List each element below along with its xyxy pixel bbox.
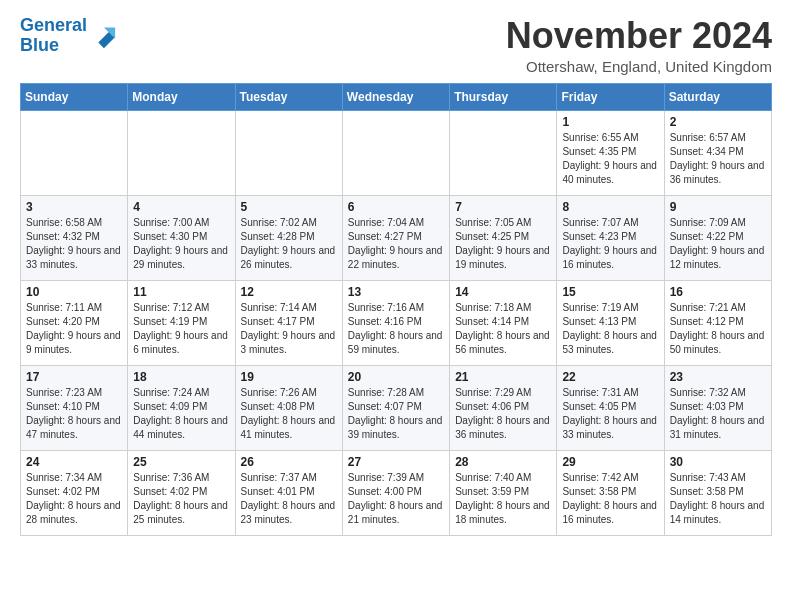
table-cell: 5Sunrise: 7:02 AM Sunset: 4:28 PM Daylig… bbox=[235, 195, 342, 280]
day-number: 11 bbox=[133, 285, 229, 299]
day-info: Sunrise: 7:40 AM Sunset: 3:59 PM Dayligh… bbox=[455, 471, 551, 527]
day-number: 21 bbox=[455, 370, 551, 384]
day-number: 6 bbox=[348, 200, 444, 214]
table-cell bbox=[235, 110, 342, 195]
day-info: Sunrise: 6:58 AM Sunset: 4:32 PM Dayligh… bbox=[26, 216, 122, 272]
day-number: 14 bbox=[455, 285, 551, 299]
day-number: 18 bbox=[133, 370, 229, 384]
day-number: 25 bbox=[133, 455, 229, 469]
day-number: 22 bbox=[562, 370, 658, 384]
day-info: Sunrise: 7:04 AM Sunset: 4:27 PM Dayligh… bbox=[348, 216, 444, 272]
week-row-5: 24Sunrise: 7:34 AM Sunset: 4:02 PM Dayli… bbox=[21, 450, 772, 535]
day-info: Sunrise: 7:21 AM Sunset: 4:12 PM Dayligh… bbox=[670, 301, 766, 357]
table-cell: 2Sunrise: 6:57 AM Sunset: 4:34 PM Daylig… bbox=[664, 110, 771, 195]
day-info: Sunrise: 7:39 AM Sunset: 4:00 PM Dayligh… bbox=[348, 471, 444, 527]
table-cell bbox=[21, 110, 128, 195]
day-number: 17 bbox=[26, 370, 122, 384]
table-cell: 17Sunrise: 7:23 AM Sunset: 4:10 PM Dayli… bbox=[21, 365, 128, 450]
table-cell: 27Sunrise: 7:39 AM Sunset: 4:00 PM Dayli… bbox=[342, 450, 449, 535]
col-saturday: Saturday bbox=[664, 83, 771, 110]
day-number: 2 bbox=[670, 115, 766, 129]
day-info: Sunrise: 7:37 AM Sunset: 4:01 PM Dayligh… bbox=[241, 471, 337, 527]
day-number: 10 bbox=[26, 285, 122, 299]
table-cell: 7Sunrise: 7:05 AM Sunset: 4:25 PM Daylig… bbox=[450, 195, 557, 280]
month-title: November 2024 bbox=[506, 16, 772, 56]
day-info: Sunrise: 7:24 AM Sunset: 4:09 PM Dayligh… bbox=[133, 386, 229, 442]
table-cell: 25Sunrise: 7:36 AM Sunset: 4:02 PM Dayli… bbox=[128, 450, 235, 535]
col-tuesday: Tuesday bbox=[235, 83, 342, 110]
header: GeneralBlue November 2024 Ottershaw, Eng… bbox=[20, 16, 772, 75]
day-number: 28 bbox=[455, 455, 551, 469]
logo-text: GeneralBlue bbox=[20, 16, 87, 56]
day-number: 30 bbox=[670, 455, 766, 469]
day-number: 5 bbox=[241, 200, 337, 214]
week-row-4: 17Sunrise: 7:23 AM Sunset: 4:10 PM Dayli… bbox=[21, 365, 772, 450]
col-monday: Monday bbox=[128, 83, 235, 110]
day-info: Sunrise: 7:05 AM Sunset: 4:25 PM Dayligh… bbox=[455, 216, 551, 272]
col-wednesday: Wednesday bbox=[342, 83, 449, 110]
week-row-3: 10Sunrise: 7:11 AM Sunset: 4:20 PM Dayli… bbox=[21, 280, 772, 365]
table-cell: 15Sunrise: 7:19 AM Sunset: 4:13 PM Dayli… bbox=[557, 280, 664, 365]
day-info: Sunrise: 6:57 AM Sunset: 4:34 PM Dayligh… bbox=[670, 131, 766, 187]
day-info: Sunrise: 7:32 AM Sunset: 4:03 PM Dayligh… bbox=[670, 386, 766, 442]
table-cell: 10Sunrise: 7:11 AM Sunset: 4:20 PM Dayli… bbox=[21, 280, 128, 365]
calendar-table: Sunday Monday Tuesday Wednesday Thursday… bbox=[20, 83, 772, 536]
day-number: 8 bbox=[562, 200, 658, 214]
table-cell: 16Sunrise: 7:21 AM Sunset: 4:12 PM Dayli… bbox=[664, 280, 771, 365]
day-number: 19 bbox=[241, 370, 337, 384]
table-cell: 3Sunrise: 6:58 AM Sunset: 4:32 PM Daylig… bbox=[21, 195, 128, 280]
table-cell: 6Sunrise: 7:04 AM Sunset: 4:27 PM Daylig… bbox=[342, 195, 449, 280]
day-info: Sunrise: 7:12 AM Sunset: 4:19 PM Dayligh… bbox=[133, 301, 229, 357]
table-cell: 22Sunrise: 7:31 AM Sunset: 4:05 PM Dayli… bbox=[557, 365, 664, 450]
table-cell: 9Sunrise: 7:09 AM Sunset: 4:22 PM Daylig… bbox=[664, 195, 771, 280]
col-thursday: Thursday bbox=[450, 83, 557, 110]
table-cell: 24Sunrise: 7:34 AM Sunset: 4:02 PM Dayli… bbox=[21, 450, 128, 535]
day-info: Sunrise: 7:31 AM Sunset: 4:05 PM Dayligh… bbox=[562, 386, 658, 442]
day-info: Sunrise: 7:26 AM Sunset: 4:08 PM Dayligh… bbox=[241, 386, 337, 442]
table-cell bbox=[450, 110, 557, 195]
title-block: November 2024 Ottershaw, England, United… bbox=[506, 16, 772, 75]
day-info: Sunrise: 7:29 AM Sunset: 4:06 PM Dayligh… bbox=[455, 386, 551, 442]
col-sunday: Sunday bbox=[21, 83, 128, 110]
day-number: 26 bbox=[241, 455, 337, 469]
table-cell: 20Sunrise: 7:28 AM Sunset: 4:07 PM Dayli… bbox=[342, 365, 449, 450]
table-cell: 23Sunrise: 7:32 AM Sunset: 4:03 PM Dayli… bbox=[664, 365, 771, 450]
day-number: 3 bbox=[26, 200, 122, 214]
day-number: 4 bbox=[133, 200, 229, 214]
day-info: Sunrise: 7:09 AM Sunset: 4:22 PM Dayligh… bbox=[670, 216, 766, 272]
table-cell: 18Sunrise: 7:24 AM Sunset: 4:09 PM Dayli… bbox=[128, 365, 235, 450]
week-row-1: 1Sunrise: 6:55 AM Sunset: 4:35 PM Daylig… bbox=[21, 110, 772, 195]
table-cell: 4Sunrise: 7:00 AM Sunset: 4:30 PM Daylig… bbox=[128, 195, 235, 280]
table-cell: 8Sunrise: 7:07 AM Sunset: 4:23 PM Daylig… bbox=[557, 195, 664, 280]
day-number: 23 bbox=[670, 370, 766, 384]
table-cell: 29Sunrise: 7:42 AM Sunset: 3:58 PM Dayli… bbox=[557, 450, 664, 535]
page: GeneralBlue November 2024 Ottershaw, Eng… bbox=[0, 0, 792, 546]
day-number: 7 bbox=[455, 200, 551, 214]
day-number: 20 bbox=[348, 370, 444, 384]
day-number: 29 bbox=[562, 455, 658, 469]
day-info: Sunrise: 7:11 AM Sunset: 4:20 PM Dayligh… bbox=[26, 301, 122, 357]
day-info: Sunrise: 7:23 AM Sunset: 4:10 PM Dayligh… bbox=[26, 386, 122, 442]
day-info: Sunrise: 7:36 AM Sunset: 4:02 PM Dayligh… bbox=[133, 471, 229, 527]
day-info: Sunrise: 7:19 AM Sunset: 4:13 PM Dayligh… bbox=[562, 301, 658, 357]
day-number: 24 bbox=[26, 455, 122, 469]
day-info: Sunrise: 7:43 AM Sunset: 3:58 PM Dayligh… bbox=[670, 471, 766, 527]
table-cell: 11Sunrise: 7:12 AM Sunset: 4:19 PM Dayli… bbox=[128, 280, 235, 365]
table-cell: 28Sunrise: 7:40 AM Sunset: 3:59 PM Dayli… bbox=[450, 450, 557, 535]
day-number: 9 bbox=[670, 200, 766, 214]
table-cell bbox=[342, 110, 449, 195]
table-cell: 19Sunrise: 7:26 AM Sunset: 4:08 PM Dayli… bbox=[235, 365, 342, 450]
day-info: Sunrise: 7:18 AM Sunset: 4:14 PM Dayligh… bbox=[455, 301, 551, 357]
table-cell: 21Sunrise: 7:29 AM Sunset: 4:06 PM Dayli… bbox=[450, 365, 557, 450]
table-cell: 13Sunrise: 7:16 AM Sunset: 4:16 PM Dayli… bbox=[342, 280, 449, 365]
day-info: Sunrise: 6:55 AM Sunset: 4:35 PM Dayligh… bbox=[562, 131, 658, 187]
table-cell: 1Sunrise: 6:55 AM Sunset: 4:35 PM Daylig… bbox=[557, 110, 664, 195]
day-number: 27 bbox=[348, 455, 444, 469]
day-info: Sunrise: 7:14 AM Sunset: 4:17 PM Dayligh… bbox=[241, 301, 337, 357]
day-info: Sunrise: 7:42 AM Sunset: 3:58 PM Dayligh… bbox=[562, 471, 658, 527]
table-cell: 26Sunrise: 7:37 AM Sunset: 4:01 PM Dayli… bbox=[235, 450, 342, 535]
week-row-2: 3Sunrise: 6:58 AM Sunset: 4:32 PM Daylig… bbox=[21, 195, 772, 280]
day-info: Sunrise: 7:02 AM Sunset: 4:28 PM Dayligh… bbox=[241, 216, 337, 272]
day-info: Sunrise: 7:16 AM Sunset: 4:16 PM Dayligh… bbox=[348, 301, 444, 357]
col-friday: Friday bbox=[557, 83, 664, 110]
